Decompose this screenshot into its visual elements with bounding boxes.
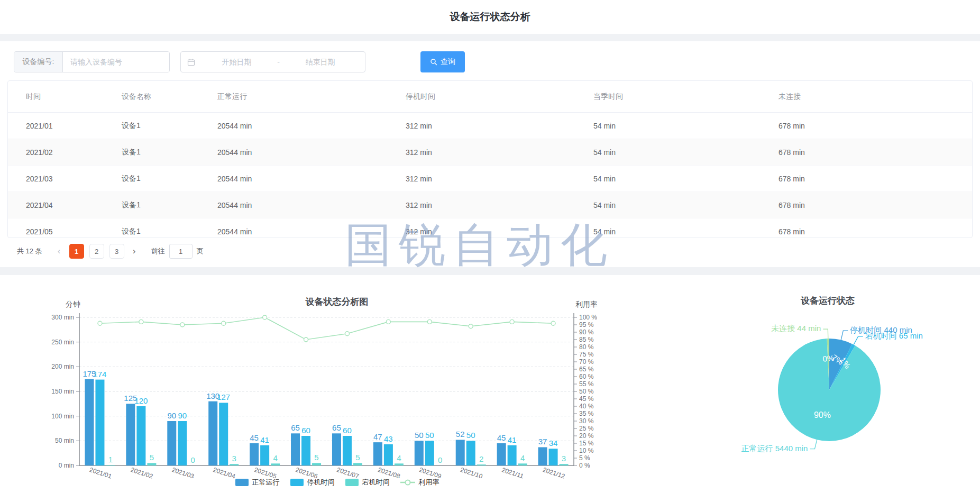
pagination: 共 12 条 ‹ 123 › 前往 页	[17, 243, 204, 259]
svg-text:40 %: 40 %	[579, 403, 594, 410]
device-running-pie-chart: 设备运行状态停机时间 440 min宕机时间 65 min正常运行 5440 m…	[725, 286, 980, 493]
table-cell: 20544 min	[217, 139, 405, 166]
svg-text:50: 50	[466, 431, 475, 440]
svg-text:100 %: 100 %	[579, 314, 597, 321]
svg-text:0 %: 0 %	[579, 462, 590, 469]
legend-item-利用率[interactable]: 利用率	[400, 478, 439, 487]
svg-text:50 %: 50 %	[579, 388, 594, 395]
start-date-input[interactable]	[198, 57, 275, 67]
query-and-table-section: 设备编号: - 查询	[0, 41, 980, 267]
svg-text:65 %: 65 %	[579, 366, 594, 373]
table-cell: 678 min	[778, 218, 972, 239]
legend-item-停机时间[interactable]: 停机时间	[290, 478, 335, 487]
table-cell: 20544 min	[217, 192, 405, 218]
svg-text:70 %: 70 %	[579, 358, 594, 366]
device-number-input[interactable]	[63, 52, 169, 72]
legend-item-正常运行[interactable]: 正常运行	[235, 478, 280, 487]
legend-label: 正常运行	[252, 478, 280, 487]
table-cell: 54 min	[593, 166, 778, 192]
table-cell: 54 min	[593, 139, 778, 166]
svg-text:127: 127	[217, 392, 230, 401]
query-button[interactable]: 查询	[420, 51, 465, 72]
table-cell: 54 min	[593, 218, 778, 239]
page-title: 设备运行状态分析	[0, 0, 980, 34]
svg-text:50: 50	[415, 431, 424, 440]
table-row: 2021/04设备120544 min312 min54 min678 min	[8, 192, 972, 218]
svg-text:5: 5	[150, 453, 154, 462]
pagination-page-1[interactable]: 1	[69, 244, 84, 259]
svg-text:50: 50	[425, 431, 434, 440]
svg-text:120: 120	[134, 396, 148, 405]
table-row: 2021/01设备120544 min312 min54 min678 min	[8, 113, 972, 139]
legend-item-宕机时间[interactable]: 宕机时间	[345, 478, 390, 487]
table-cell: 312 min	[405, 166, 593, 192]
pagination-next-icon[interactable]: ›	[127, 244, 142, 259]
legend-line-marker	[400, 479, 415, 486]
svg-text:30 %: 30 %	[579, 417, 594, 425]
bar-series	[85, 379, 568, 465]
pagination-goto-input[interactable]	[169, 244, 193, 259]
pagination-goto-label: 前往	[151, 246, 165, 256]
svg-text:3: 3	[562, 454, 566, 463]
date-range-picker[interactable]: -	[180, 51, 365, 72]
svg-text:宕机时间 65 min: 宕机时间 65 min	[865, 331, 923, 340]
svg-text:4: 4	[520, 453, 525, 462]
table-cell: 678 min	[778, 139, 972, 166]
svg-text:设备运行状态: 设备运行状态	[800, 296, 855, 306]
table-row: 2021/03设备120544 min312 min54 min678 min	[8, 166, 972, 192]
svg-text:4: 4	[397, 453, 401, 462]
device-status-table-card: 时间设备名称正常运行停机时间当季时间未连接 2021/01设备120544 mi…	[7, 80, 973, 238]
svg-text:43: 43	[384, 434, 393, 443]
device-number-input-group: 设备编号:	[14, 51, 170, 72]
table-body: 2021/01设备120544 min312 min54 min678 min2…	[8, 113, 972, 239]
table-cell: 设备1	[121, 113, 217, 139]
svg-text:0: 0	[438, 455, 442, 464]
svg-text:0: 0	[191, 455, 195, 464]
pagination-pages: 123	[67, 244, 127, 259]
svg-text:100 min: 100 min	[51, 413, 74, 420]
svg-text:10 %: 10 %	[579, 447, 594, 454]
svg-text:45 %: 45 %	[579, 395, 594, 403]
svg-text:4: 4	[273, 453, 277, 462]
table-header-row: 时间设备名称正常运行停机时间当季时间未连接	[8, 81, 972, 113]
svg-text:设备状态分析图: 设备状态分析图	[305, 297, 369, 307]
svg-text:37: 37	[538, 437, 547, 446]
table-column-header: 未连接	[778, 81, 972, 113]
query-button-label: 查询	[441, 57, 455, 67]
pagination-total: 共 12 条	[17, 246, 42, 256]
svg-text:174: 174	[93, 370, 106, 379]
svg-text:1: 1	[108, 455, 113, 464]
pagination-prev-icon[interactable]: ‹	[52, 244, 67, 259]
table-column-header: 正常运行	[217, 81, 405, 113]
svg-text:45: 45	[250, 433, 259, 442]
svg-text:50 min: 50 min	[55, 437, 74, 444]
legend-marker	[290, 479, 304, 486]
svg-text:90: 90	[167, 411, 176, 420]
svg-text:55 %: 55 %	[579, 380, 594, 388]
svg-text:90: 90	[178, 411, 187, 420]
table-cell: 设备1	[121, 166, 217, 192]
legend-marker	[345, 479, 359, 486]
svg-text:0%: 0%	[822, 353, 835, 363]
table-row: 2021/02设备120544 min312 min54 min678 min	[8, 139, 972, 166]
svg-text:2: 2	[479, 454, 483, 463]
svg-text:15 %: 15 %	[579, 440, 594, 447]
table-cell: 2021/04	[8, 192, 121, 218]
svg-text:5: 5	[355, 453, 360, 462]
pagination-page-2[interactable]: 2	[89, 244, 104, 259]
svg-text:5: 5	[314, 453, 318, 462]
svg-text:52: 52	[456, 430, 465, 439]
svg-text:80 %: 80 %	[579, 343, 594, 351]
bar-value-labels: 1751741125120590900130127345414656056560…	[83, 369, 566, 464]
end-date-input[interactable]	[282, 57, 359, 67]
svg-text:90 %: 90 %	[579, 328, 594, 336]
pagination-page-3[interactable]: 3	[109, 244, 124, 259]
svg-text:0 min: 0 min	[59, 462, 74, 469]
search-icon	[430, 58, 437, 66]
table-cell: 2021/05	[8, 218, 121, 239]
svg-text:60: 60	[343, 426, 352, 435]
table-column-header: 时间	[8, 81, 121, 113]
svg-text:150 min: 150 min	[51, 388, 74, 395]
table-cell: 20544 min	[217, 113, 405, 139]
table-cell: 20544 min	[217, 166, 405, 192]
